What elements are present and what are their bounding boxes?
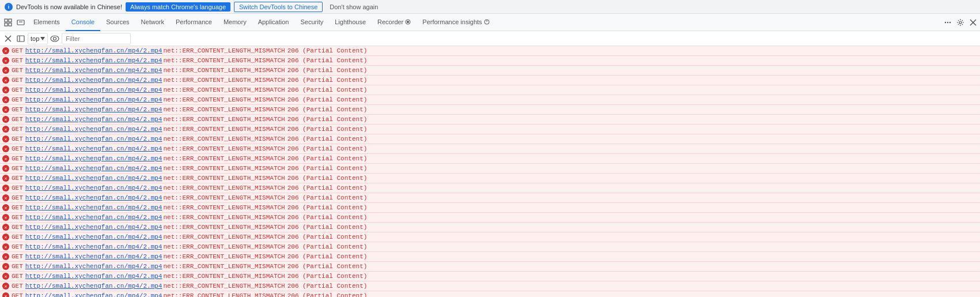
log-method: GET [12,204,23,211]
tab-console[interactable]: Console [66,14,100,31]
log-url[interactable]: http://small.xychengfan.cn/mp4/2.mp4 [25,57,162,64]
log-url[interactable]: http://small.xychengfan.cn/mp4/2.mp4 [25,234,162,240]
log-url[interactable]: http://small.xychengfan.cn/mp4/2.mp4 [25,194,162,201]
log-url[interactable]: http://small.xychengfan.cn/mp4/2.mp4 [25,87,162,93]
log-url[interactable]: http://small.xychengfan.cn/mp4/2.mp4 [25,273,162,280]
log-error: net::ERR_CONTENT_LENGTH_MISMATCH [163,273,285,280]
log-status: 206 [287,253,299,260]
tab-memory[interactable]: Memory [218,14,252,31]
log-url[interactable]: http://small.xychengfan.cn/mp4/2.mp4 [25,243,162,250]
log-method: GET [12,136,23,142]
log-url[interactable]: http://small.xychengfan.cn/mp4/2.mp4 [25,96,162,103]
log-method: GET [12,47,23,54]
error-icon: ✕ [2,185,9,191]
error-icon: ✕ [2,283,9,290]
log-row: ✕ GET http://small.xychengfan.cn/mp4/2.m… [0,76,980,85]
error-icon: ✕ [2,214,9,221]
tab-network[interactable]: Network [135,14,170,31]
log-method: GET [12,214,23,221]
log-row: ✕ GET http://small.xychengfan.cn/mp4/2.m… [0,183,980,193]
log-partial: (Partial Content) [302,292,367,297]
log-method: GET [12,175,23,182]
settings-icon[interactable] [955,17,966,28]
log-row: ✕ GET http://small.xychengfan.cn/mp4/2.m… [0,174,980,183]
log-url[interactable]: http://small.xychengfan.cn/mp4/2.mp4 [25,155,162,162]
log-url[interactable]: http://small.xychengfan.cn/mp4/2.mp4 [25,283,162,290]
log-partial: (Partial Content) [302,57,367,64]
tab-performance[interactable]: Performance [170,14,218,31]
log-error: net::ERR_CONTENT_LENGTH_MISMATCH [163,145,285,152]
log-method: GET [12,116,23,123]
log-status: 206 [287,57,299,64]
error-icon: ✕ [2,155,9,162]
log-url[interactable]: http://small.xychengfan.cn/mp4/2.mp4 [25,106,162,113]
log-row: ✕ GET http://small.xychengfan.cn/mp4/2.m… [0,144,980,154]
log-error: net::ERR_CONTENT_LENGTH_MISMATCH [163,214,285,221]
more-tabs-icon[interactable] [942,17,953,28]
log-url[interactable]: http://small.xychengfan.cn/mp4/2.mp4 [25,214,162,221]
log-url[interactable]: http://small.xychengfan.cn/mp4/2.mp4 [25,175,162,182]
console-content: ✕ GET http://small.xychengfan.cn/mp4/2.m… [0,46,980,297]
log-url[interactable]: http://small.xychengfan.cn/mp4/2.mp4 [25,204,162,211]
filter-input[interactable] [62,33,131,44]
console-toolbar: top [0,31,980,46]
error-icon: ✕ [2,106,9,113]
tab-performance-insights[interactable]: Performance insights [417,14,495,31]
log-partial: (Partial Content) [302,224,367,231]
svg-rect-4 [17,20,24,25]
log-partial: (Partial Content) [302,194,367,201]
devtools-icon-2[interactable] [15,17,27,28]
switch-devtools-button[interactable]: Switch DevTools to Chinese [234,2,323,12]
log-row: ✕ GET http://small.xychengfan.cn/mp4/2.m… [0,134,980,144]
log-url[interactable]: http://small.xychengfan.cn/mp4/2.mp4 [25,165,162,172]
tab-lighthouse[interactable]: Lighthouse [329,14,372,31]
dont-show-again-button[interactable]: Don't show again [326,2,381,12]
log-url[interactable]: http://small.xychengfan.cn/mp4/2.mp4 [25,224,162,231]
log-error: net::ERR_CONTENT_LENGTH_MISMATCH [163,106,285,113]
log-url[interactable]: http://small.xychengfan.cn/mp4/2.mp4 [25,292,162,297]
log-row: ✕ GET http://small.xychengfan.cn/mp4/2.m… [0,66,980,76]
tab-recorder[interactable]: Recorder [372,14,417,31]
show-sidebar-button[interactable] [15,33,27,44]
log-url[interactable]: http://small.xychengfan.cn/mp4/2.mp4 [25,185,162,191]
log-url[interactable]: http://small.xychengfan.cn/mp4/2.mp4 [25,67,162,74]
log-error: net::ERR_CONTENT_LENGTH_MISMATCH [163,234,285,240]
match-language-button[interactable]: Always match Chrome's language [126,2,230,12]
tab-application[interactable]: Application [252,14,295,31]
error-icon: ✕ [2,263,9,270]
error-icon: ✕ [2,57,9,64]
log-row: ✕ GET http://small.xychengfan.cn/mp4/2.m… [0,291,980,297]
log-method: GET [12,283,23,290]
log-status: 206 [287,136,299,142]
log-url[interactable]: http://small.xychengfan.cn/mp4/2.mp4 [25,116,162,123]
log-level-select[interactable]: top [28,33,48,44]
clear-console-button[interactable] [2,33,14,44]
log-url[interactable]: http://small.xychengfan.cn/mp4/2.mp4 [25,136,162,142]
log-method: GET [12,87,23,93]
log-url[interactable]: http://small.xychengfan.cn/mp4/2.mp4 [25,77,162,84]
log-status: 206 [287,204,299,211]
log-status: 206 [287,67,299,74]
log-status: 206 [287,283,299,290]
log-url[interactable]: http://small.xychengfan.cn/mp4/2.mp4 [25,263,162,270]
close-devtools-icon[interactable] [967,17,979,28]
eye-button[interactable] [49,33,60,44]
log-url[interactable]: http://small.xychengfan.cn/mp4/2.mp4 [25,145,162,152]
log-partial: (Partial Content) [302,136,367,142]
log-partial: (Partial Content) [302,185,367,191]
log-url[interactable]: http://small.xychengfan.cn/mp4/2.mp4 [25,253,162,260]
devtools-icon-1[interactable] [2,17,14,28]
log-url[interactable]: http://small.xychengfan.cn/mp4/2.mp4 [25,47,162,54]
tab-elements[interactable]: Elements [28,14,66,31]
svg-point-12 [949,21,951,22]
log-error: net::ERR_CONTENT_LENGTH_MISMATCH [163,243,285,250]
tab-security[interactable]: Security [294,14,329,31]
log-error: net::ERR_CONTENT_LENGTH_MISMATCH [163,194,285,201]
log-row: ✕ GET http://small.xychengfan.cn/mp4/2.m… [0,56,980,66]
error-icon: ✕ [2,77,9,84]
log-method: GET [12,126,23,133]
tab-sources[interactable]: Sources [100,14,135,31]
log-url[interactable]: http://small.xychengfan.cn/mp4/2.mp4 [25,126,162,133]
log-status: 206 [287,263,299,270]
log-partial: (Partial Content) [302,67,367,74]
